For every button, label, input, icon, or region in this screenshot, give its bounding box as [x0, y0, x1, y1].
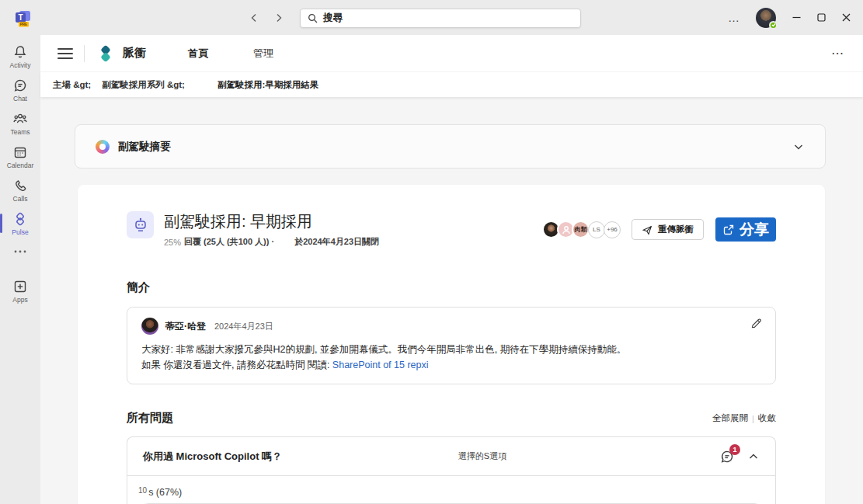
chevron-down-icon[interactable]	[792, 141, 805, 153]
header-more-icon[interactable]: ⋯	[831, 46, 851, 61]
search-placeholder: 搜尋	[323, 12, 343, 25]
svg-text:PRE: PRE	[20, 23, 27, 26]
avatar-initials: LS	[588, 221, 605, 238]
avatar-overflow-count: +96	[604, 221, 621, 238]
share-icon	[722, 224, 735, 236]
sharepoint-link[interactable]: SharePoint of 15 repxi	[332, 360, 429, 370]
back-arrow-icon[interactable]	[244, 8, 264, 28]
rail-label: Calls	[13, 196, 28, 203]
presence-available-icon	[769, 21, 778, 30]
question-meta: 選擇的S選項	[458, 450, 506, 462]
pulse-header: 副駕駛採用: 早期採用 25% 回覆 (25人 (共100 人)) · 於202…	[127, 211, 776, 248]
send-plane-icon	[642, 224, 652, 235]
pulse-app-logo-icon	[96, 43, 116, 64]
apps-plus-icon	[12, 279, 28, 294]
intro-body-line2-text: 如果 你還沒看過文件, 請務必花點時間 閱讀:	[141, 360, 332, 370]
answer-stat: 10s (67%)	[138, 487, 764, 498]
divider	[84, 45, 85, 62]
breadcrumb-series[interactable]: 副駕駛採用系列 &gt;	[102, 79, 185, 91]
pulse-title: 副駕駛採用: 早期採用	[164, 211, 379, 232]
pulse-survey-card: 副駕駛採用: 早期採用 25% 回覆 (25人 (共100 人)) · 於202…	[78, 185, 825, 504]
maximize-button[interactable]	[809, 0, 833, 35]
phone-icon	[12, 178, 28, 193]
search-input[interactable]: 搜尋	[300, 9, 581, 28]
app-rail: Activity Chat Teams Calendar Calls Pulse	[0, 35, 40, 504]
teams-logo-icon: T PRE	[12, 7, 34, 29]
rail-label: Apps	[12, 297, 27, 304]
rail-label: Chat	[13, 96, 27, 103]
robot-icon	[127, 211, 154, 238]
intro-post-card: 蒂亞·哈登 2024年4月23日 大家好: 非常感謝大家撥冗參與H2的規劃, 並…	[127, 307, 776, 384]
share-label: 分享	[739, 220, 769, 240]
breadcrumb: 主場 &gt; 副駕駛採用系列 &gt; 副駕駛採用:早期採用結果	[40, 71, 863, 97]
rail-label: Pulse	[12, 229, 28, 236]
question-header[interactable]: 你用過 Microsoft Copilot 嗎？ 選擇的S選項 1	[127, 437, 775, 476]
divider: |	[752, 414, 754, 423]
comment-count-badge: 1	[729, 444, 740, 455]
intro-author-row: 蒂亞·哈登 2024年4月23日	[141, 318, 761, 335]
window-titlebar: T PRE 搜尋 …	[0, 0, 863, 35]
response-detail: 回覆 (25人 (共100 人)) ·	[184, 236, 274, 248]
tab-manage[interactable]: 管理	[253, 47, 273, 61]
copilot-summary-banner[interactable]: 副駕駛摘要	[75, 124, 826, 169]
chevron-up-icon[interactable]	[747, 450, 760, 463]
rail-label: Teams	[10, 129, 30, 136]
questions-heading-row: 所有問題 全部展開 | 收斂	[127, 411, 776, 426]
rail-label: Activity	[10, 62, 31, 69]
breadcrumb-home[interactable]: 主場 &gt;	[53, 79, 91, 91]
intro-body-line2: 如果 你還沒看過文件, 請務必花點時間 閱讀: SharePoint of 15…	[141, 357, 761, 373]
main-area: 脈衝 首頁 管理 ⋯ 主場 &gt; 副駕駛採用系列 &gt; 副駕駛採用:早期…	[40, 35, 863, 504]
copilot-banner-title: 副駕駛摘要	[118, 140, 171, 154]
close-button[interactable]	[833, 0, 858, 35]
intro-heading: 簡介	[127, 280, 776, 295]
author-avatar	[141, 318, 158, 335]
pulse-app-header: 脈衝 首頁 管理 ⋯	[40, 35, 863, 71]
post-date: 2024年4月23日	[214, 321, 273, 332]
resend-pulse-label: 重傳脈衝	[658, 224, 694, 235]
minimize-button[interactable]	[784, 0, 809, 35]
hamburger-menu-icon[interactable]	[57, 48, 73, 59]
sidebar-item-activity[interactable]: Activity	[0, 40, 40, 73]
pulse-icon	[12, 211, 28, 227]
tab-home[interactable]: 首頁	[188, 47, 208, 61]
breadcrumb-current: 副駕駛採用:早期採用結果	[217, 79, 318, 91]
collapse-all-link[interactable]: 收斂	[758, 412, 776, 424]
rail-more-icon[interactable]	[0, 240, 40, 263]
sidebar-item-pulse[interactable]: Pulse	[0, 207, 40, 240]
share-button[interactable]: 分享	[715, 217, 776, 242]
chat-icon	[12, 78, 28, 93]
sidebar-item-apps[interactable]: Apps	[0, 274, 40, 308]
rail-label: Calendar	[7, 162, 34, 169]
search-icon	[308, 13, 318, 23]
svg-text:T: T	[18, 13, 23, 22]
sidebar-item-calendar[interactable]: Calendar	[0, 140, 40, 173]
sidebar-item-calls[interactable]: Calls	[0, 173, 40, 207]
forward-arrow-icon[interactable]	[269, 8, 289, 28]
question-text: 你用過 Microsoft Copilot 嗎？	[143, 450, 427, 464]
bell-icon	[12, 44, 28, 60]
answer-count: 10	[138, 486, 147, 495]
sidebar-item-teams[interactable]: Teams	[0, 106, 40, 140]
avatar-initials: 肉類	[572, 221, 590, 238]
question-results: 10s (67%)	[127, 476, 775, 504]
closed-date: 於2024年4月23日關閉	[294, 236, 379, 248]
sidebar-item-chat[interactable]: Chat	[0, 73, 40, 106]
calendar-icon	[12, 144, 28, 160]
comments-button[interactable]: 1	[719, 449, 735, 464]
edit-pencil-icon[interactable]	[750, 318, 762, 329]
intro-body-line1: 大家好: 非常感謝大家撥冗參與H2的規劃, 並參加開幕儀式。我們今年開局非常出色…	[141, 342, 761, 357]
resend-pulse-button[interactable]: 重傳脈衝	[632, 219, 704, 240]
pulse-subtitle: 25% 回覆 (25人 (共100 人)) · 於2024年4月23日關閉	[164, 236, 379, 248]
copilot-icon	[96, 140, 110, 154]
author-name: 蒂亞·哈登	[165, 320, 206, 333]
respondent-avatars[interactable]: 肉類 LS +96	[542, 221, 621, 238]
expand-all-link[interactable]: 全部展開	[712, 412, 748, 424]
response-percent: 25%	[164, 238, 181, 247]
app-title: 脈衝	[123, 46, 146, 61]
question-card: 你用過 Microsoft Copilot 嗎？ 選擇的S選項 1 10s (6…	[127, 436, 776, 504]
user-avatar[interactable]	[756, 8, 776, 28]
teams-people-icon	[12, 111, 28, 127]
titlebar-more-icon[interactable]: …	[720, 11, 748, 24]
answer-label: s (67%)	[148, 487, 182, 498]
questions-heading: 所有問題	[127, 411, 173, 426]
